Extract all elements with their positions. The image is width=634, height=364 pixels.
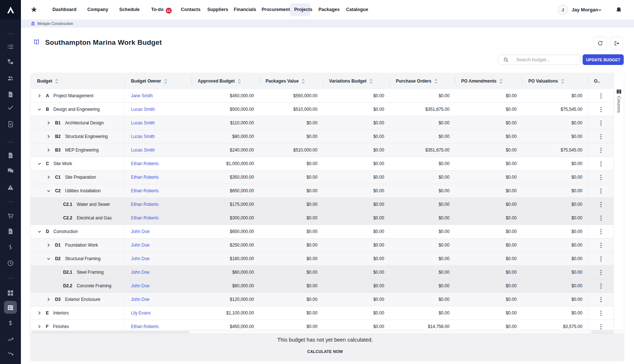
calculate-now-button[interactable]: CALCULATE NOW (307, 349, 343, 354)
sidebar-item-people[interactable] (0, 72, 21, 84)
sidebar-item-file-export[interactable] (0, 118, 21, 130)
owner-link[interactable]: Ethan Roberts (131, 175, 158, 180)
table-row-c2-1[interactable]: C2.1Water and SewerEthan Roberts$175,000… (31, 198, 613, 211)
chevron-right-icon[interactable] (38, 311, 41, 315)
row-menu-kebab-icon[interactable] (600, 215, 602, 221)
nav-item-todo[interactable]: To-do11 (151, 0, 172, 19)
table-row-b[interactable]: BDesign and EngineeringLucas Smith$500,0… (31, 103, 613, 116)
row-menu-kebab-icon[interactable] (600, 283, 602, 289)
table-row-d2-1[interactable]: D2.1Steel FramingJohn Doe$60,000.00$0.00… (31, 266, 613, 279)
table-row-d2[interactable]: D2Structural FramingJohn Doe$180,000.00$… (31, 252, 613, 266)
sidebar-item-dollar[interactable] (0, 317, 21, 329)
sidebar-item-document[interactable] (0, 88, 21, 101)
table-row-d3[interactable]: D3Exterior EnclosureJohn Doe$120,000.00$… (31, 293, 613, 306)
update-budget-button[interactable]: UPDATE BUDGET (583, 54, 624, 65)
nav-item-company[interactable]: Company (87, 0, 108, 19)
sidebar-item-check[interactable] (0, 101, 21, 114)
table-row-e[interactable]: EInteriorsLily Evans$1,100,000.00$0.00$0… (31, 306, 613, 320)
sidebar-item-dashboard-grid[interactable] (0, 287, 21, 299)
sidebar-item-cart[interactable] (0, 210, 21, 222)
sort-icon[interactable] (434, 79, 438, 84)
row-menu-kebab-icon[interactable] (600, 161, 602, 167)
row-menu-kebab-icon[interactable] (600, 134, 602, 139)
chevron-right-icon[interactable] (47, 243, 50, 247)
table-row-a[interactable]: AProject ManagementJane Smith$450,000.00… (31, 89, 613, 103)
export-button[interactable] (610, 37, 623, 50)
sidebar-item-trend-down[interactable] (0, 347, 21, 360)
notifications-bell-icon[interactable] (615, 6, 622, 14)
owner-link[interactable]: John Doe (131, 270, 150, 275)
row-menu-kebab-icon[interactable] (600, 256, 602, 262)
sort-icon[interactable] (561, 79, 564, 84)
search-input[interactable]: Search budget... (498, 55, 580, 65)
column-header-po-valuations[interactable]: PO Valuations (522, 73, 588, 89)
breadcrumb-company[interactable]: Morgan Construction (37, 21, 73, 26)
column-header-packages-value[interactable]: Packages Value (259, 73, 323, 89)
nav-item-contacts[interactable]: Contacts (181, 0, 200, 19)
sidebar-item-budget-table[interactable] (0, 301, 21, 314)
column-header-budget[interactable]: Budget (31, 73, 125, 89)
table-row-f[interactable]: FFinishesEthan Roberts$450,000.00$0.00$0… (31, 320, 613, 330)
chevron-right-icon[interactable] (47, 298, 50, 301)
chevron-down-icon[interactable] (47, 258, 50, 260)
table-row-d1[interactable]: D1Foundation WorkJohn Doe$250,000.00$0.0… (31, 239, 613, 252)
avatar[interactable]: J (558, 5, 568, 15)
sort-icon[interactable] (55, 79, 58, 84)
table-row-c[interactable]: CSite WorkEthan Roberts$1,000,000.00$0.0… (31, 157, 613, 171)
row-menu-kebab-icon[interactable] (600, 297, 602, 302)
app-logo-icon[interactable] (0, 0, 21, 19)
nav-item-packages[interactable]: Packages (318, 0, 340, 19)
row-menu-kebab-icon[interactable] (600, 243, 602, 248)
row-menu-kebab-icon[interactable] (600, 202, 602, 207)
scrollbar-thumb[interactable] (32, 331, 189, 333)
row-menu-kebab-icon[interactable] (600, 175, 602, 180)
owner-link[interactable]: John Doe (131, 297, 150, 302)
column-header-budget-owner[interactable]: Budget Owner (125, 73, 192, 89)
owner-link[interactable]: John Doe (131, 229, 150, 234)
column-header-purchase-orders[interactable]: Purchase Orders (390, 73, 455, 89)
owner-link[interactable]: Ethan Roberts (131, 202, 158, 207)
row-menu-kebab-icon[interactable] (600, 120, 602, 126)
chevron-right-icon[interactable] (38, 94, 41, 98)
sort-icon[interactable] (369, 79, 373, 84)
row-menu-kebab-icon[interactable] (600, 93, 602, 99)
sidebar-item-route[interactable] (0, 241, 21, 253)
owner-link[interactable]: Lucas Smith (131, 120, 155, 125)
sort-icon[interactable] (499, 79, 503, 84)
column-header-approved-budget[interactable]: Approved Budget (192, 73, 259, 89)
chevron-down-icon[interactable] (38, 163, 41, 165)
row-menu-kebab-icon[interactable] (600, 188, 602, 194)
owner-link[interactable]: Ethan Roberts (131, 188, 158, 193)
column-header-variations-budget[interactable]: Variations Budget (323, 73, 390, 89)
sidebar-item-document2[interactable] (0, 149, 21, 161)
table-row-c2-2[interactable]: C2.2Electrical and GasEthan Roberts$300,… (31, 211, 613, 225)
chevron-down-icon[interactable] (47, 190, 50, 192)
owner-link[interactable]: Ethan Roberts (131, 215, 158, 221)
table-row-c1[interactable]: C1Site PreparationEthan Roberts$350,000.… (31, 171, 613, 184)
sidebar-item-warning[interactable] (0, 181, 21, 193)
chevron-right-icon[interactable] (47, 175, 50, 179)
sidebar-item-chat[interactable] (0, 164, 21, 177)
refresh-button[interactable] (594, 37, 606, 50)
owner-link[interactable]: John Doe (131, 256, 150, 261)
column-header-po-amendments[interactable]: PO Amendments (455, 73, 522, 89)
table-row-b1[interactable]: B1Architectural DesignLucas Smith$110,00… (31, 116, 613, 130)
chevron-down-icon[interactable] (38, 230, 41, 233)
row-menu-kebab-icon[interactable] (600, 324, 602, 330)
column-header-o-[interactable]: O.. (588, 73, 613, 89)
nav-item-schedule[interactable]: Schedule (119, 0, 140, 19)
table-row-b3[interactable]: B3MEP EngineeringLucas Smith$240,000.00$… (31, 143, 613, 157)
chevron-down-icon[interactable] (598, 9, 602, 11)
chevron-down-icon[interactable] (38, 108, 41, 111)
nav-item-suppliers[interactable]: Suppliers (207, 0, 228, 19)
owner-link[interactable]: John Doe (131, 243, 150, 248)
owner-link[interactable]: Ethan Roberts (131, 161, 158, 166)
sort-icon[interactable] (238, 79, 241, 84)
owner-link[interactable]: Lucas Smith (131, 107, 155, 112)
chevron-right-icon[interactable] (47, 135, 50, 138)
row-menu-kebab-icon[interactable] (600, 270, 602, 275)
owner-link[interactable]: Jane Smith (131, 93, 153, 98)
owner-link[interactable]: Lily Evans (131, 310, 151, 316)
chevron-right-icon[interactable] (38, 325, 41, 328)
sidebar-item-clock[interactable] (0, 257, 21, 269)
